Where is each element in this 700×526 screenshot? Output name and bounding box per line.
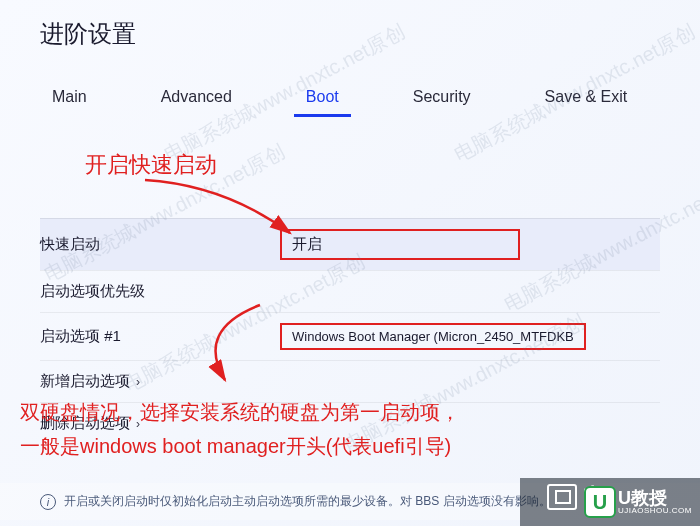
highlight-box: Windows Boot Manager (Micron_2450_MTFDKB bbox=[280, 323, 586, 350]
chevron-right-icon: › bbox=[136, 375, 140, 389]
info-icon: i bbox=[40, 494, 56, 510]
tab-advanced[interactable]: Advanced bbox=[149, 80, 244, 117]
setting-boot-priority: 启动选项优先级 bbox=[40, 270, 660, 312]
setting-boot-option-1-value[interactable]: Windows Boot Manager (Micron_2450_MTFDKB bbox=[280, 323, 660, 350]
annotation-fast-boot: 开启快速启动 bbox=[85, 150, 217, 180]
setting-add-boot-option-label: 新增启动选项› bbox=[40, 372, 280, 391]
annotation-line-1: 双硬盘情况，选择安装系统的硬盘为第一启动项， bbox=[20, 395, 460, 429]
tab-save-exit[interactable]: Save & Exit bbox=[533, 80, 640, 117]
page-title: 进阶设置 bbox=[0, 0, 700, 60]
brand-logo-2-cn: U教授 bbox=[618, 489, 692, 507]
tab-boot[interactable]: Boot bbox=[294, 80, 351, 117]
brand-logo-2-icon: U bbox=[584, 486, 616, 518]
setting-fast-boot[interactable]: 快速启动 开启 bbox=[40, 218, 660, 270]
setting-boot-option-1[interactable]: 启动选项 #1 Windows Boot Manager (Micron_245… bbox=[40, 312, 660, 360]
setting-fast-boot-label: 快速启动 bbox=[40, 235, 280, 254]
setting-boot-option-1-label: 启动选项 #1 bbox=[40, 327, 280, 346]
annotation-line-2: 一般是windows boot manager开头(代表uefi引导) bbox=[20, 429, 460, 463]
tab-bar: Main Advanced Boot Security Save & Exit bbox=[0, 60, 700, 118]
help-text: 开启或关闭启动时仅初始化启动主动启动选项所需的最少设备。对 BBS 启动选项没有… bbox=[64, 493, 551, 510]
brand-logo-2-en: UJIAOSHOU.COM bbox=[618, 507, 692, 515]
setting-fast-boot-value[interactable]: 开启 bbox=[280, 229, 660, 260]
highlight-box: 开启 bbox=[280, 229, 520, 260]
computer-icon bbox=[547, 484, 577, 510]
setting-boot-priority-label: 启动选项优先级 bbox=[40, 282, 280, 301]
brand-logo-2: U U教授 UJIAOSHOU.COM bbox=[584, 486, 692, 518]
annotation-boot-option: 双硬盘情况，选择安装系统的硬盘为第一启动项， 一般是windows boot m… bbox=[20, 395, 460, 463]
tab-main[interactable]: Main bbox=[40, 80, 99, 117]
tab-security[interactable]: Security bbox=[401, 80, 483, 117]
